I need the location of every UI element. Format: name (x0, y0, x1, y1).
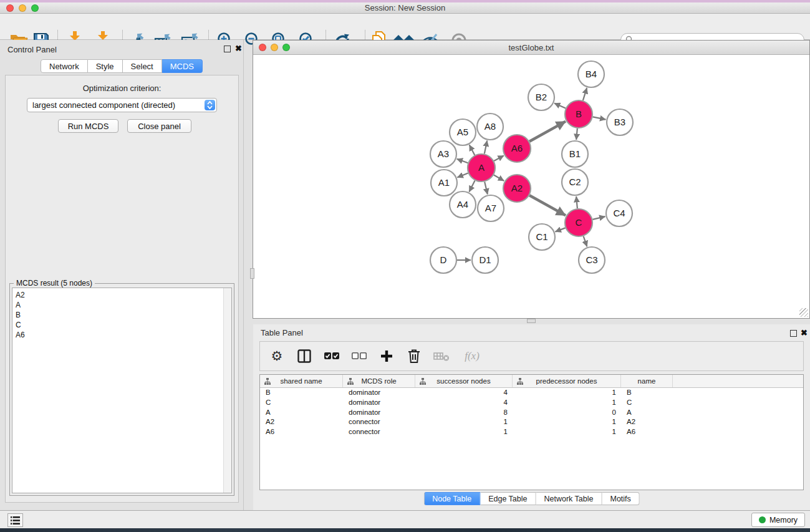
graph-edge-B-B1[interactable] (576, 128, 577, 140)
graph-node-A7[interactable]: A7 (478, 195, 504, 221)
graph-node-A1[interactable]: A1 (431, 170, 457, 196)
zoom-traffic-light[interactable] (31, 4, 39, 12)
mcds-result-item[interactable]: A6 (12, 330, 231, 340)
graph-edge-C-C2[interactable] (576, 196, 577, 208)
graph-edge-B-B3[interactable] (593, 117, 606, 119)
delete-table-icon[interactable] (432, 347, 451, 365)
mcds-result-item[interactable]: A2 (12, 290, 231, 300)
mcds-result-list[interactable]: A2ABCA6 (12, 288, 232, 493)
table-row[interactable]: A6connector11A6 (260, 427, 803, 437)
graph-node-D[interactable]: D (430, 247, 456, 273)
unselect-all-icon[interactable] (350, 347, 369, 365)
graph-edge-A6-B[interactable] (529, 122, 566, 142)
delete-columns-icon[interactable] (405, 347, 423, 365)
close-panel-icon[interactable]: ✖ (801, 328, 808, 337)
column-header-mcds-role[interactable]: MCDS role (343, 375, 415, 387)
graph-node-A6[interactable]: A6 (503, 135, 531, 162)
graph-node-C4[interactable]: C4 (606, 200, 632, 226)
run-mcds-button[interactable]: Run MCDS (58, 119, 118, 133)
list-icon (11, 516, 20, 525)
table-row[interactable]: Bdominator41B (260, 388, 803, 398)
graph-node-B4[interactable]: B4 (578, 61, 604, 87)
table-row[interactable]: A2connector11A2 (260, 417, 803, 427)
graph-node-B3[interactable]: B3 (607, 109, 633, 135)
graph-edge-A-A2[interactable] (494, 175, 504, 181)
settings-gear-icon[interactable]: ⚙ (268, 347, 286, 365)
mcds-result-group: MCDS result (5 nodes) A2ABCA6 (9, 283, 234, 496)
tab-select[interactable]: Select (123, 59, 162, 73)
window-resize-grip[interactable] (799, 308, 808, 317)
add-column-icon[interactable] (377, 347, 396, 365)
task-history-button[interactable] (7, 513, 23, 527)
graph-node-C[interactable]: C (565, 209, 592, 236)
table-row[interactable]: Adominator80A (260, 408, 803, 418)
graph-edge-A-A5[interactable] (470, 145, 475, 155)
mcds-result-item[interactable]: B (12, 310, 231, 320)
graph-node-C2[interactable]: C2 (562, 169, 588, 195)
tab-node-table[interactable]: Node Table (423, 492, 480, 505)
graph-node-B[interactable]: B (565, 100, 592, 128)
splitter-grip-bottom[interactable] (527, 319, 536, 323)
memory-button[interactable]: Memory (751, 513, 805, 527)
tab-edge-table[interactable]: Edge Table (480, 492, 536, 505)
graph-node-A4[interactable]: A4 (450, 191, 476, 218)
minimize-traffic-light[interactable] (19, 4, 26, 12)
table-row[interactable]: Cdominator41C (260, 398, 803, 408)
graph-node-B1[interactable]: B1 (562, 141, 588, 167)
minimize-traffic-light[interactable] (271, 44, 278, 51)
column-header-name[interactable]: name (621, 375, 673, 387)
function-builder-icon[interactable]: f(x) (460, 347, 485, 365)
close-traffic-light[interactable] (259, 44, 266, 51)
show-column-icon[interactable] (295, 347, 314, 365)
graph-node-A[interactable]: A (468, 154, 495, 181)
main-toolbar (0, 14, 810, 40)
graph-node-B2[interactable]: B2 (528, 84, 554, 110)
splitter-grip-left[interactable] (250, 268, 254, 279)
column-header-predecessor-nodes[interactable]: predecessor nodes (513, 375, 621, 387)
table-cell: 1 (513, 388, 621, 398)
graph-edge-B-B2[interactable] (554, 103, 566, 108)
network-view-window[interactable]: testGlobe.txt B4B2BB3B1A5A8A6A3AA1A2C2A4… (253, 40, 810, 319)
graph-edge-A-A4[interactable] (469, 181, 475, 192)
node-table[interactable]: shared nameMCDS rolesuccessor nodesprede… (259, 374, 804, 490)
close-traffic-light[interactable] (6, 4, 14, 12)
graph-edge-A-A7[interactable] (485, 181, 488, 194)
tab-network[interactable]: Network (41, 59, 88, 73)
mcds-result-item[interactable]: A (12, 300, 231, 310)
graph-edge-A-A8[interactable] (485, 140, 487, 153)
graph-edge-A-A1[interactable] (457, 173, 468, 178)
network-window-titlebar[interactable]: testGlobe.txt (253, 41, 809, 55)
close-panel-button[interactable]: Close panel (127, 119, 191, 133)
float-window-icon[interactable] (224, 46, 231, 52)
tab-motifs[interactable]: Motifs (602, 492, 639, 505)
scrollbar-track[interactable] (223, 288, 231, 493)
graph-edge-C-C4[interactable] (592, 216, 605, 220)
graph-node-D1[interactable]: D1 (472, 247, 498, 273)
graph-node-A3[interactable]: A3 (430, 141, 456, 167)
close-panel-icon[interactable]: ✖ (235, 44, 242, 53)
optimization-criterion-select[interactable]: largest connected component (directed) (27, 98, 217, 112)
window-titlebar[interactable]: Session: New Session (0, 2, 810, 14)
graph-edge-A-A3[interactable] (457, 159, 468, 163)
select-all-icon[interactable] (322, 347, 341, 365)
tab-style[interactable]: Style (88, 59, 123, 73)
graph-edge-A-A6[interactable] (494, 155, 504, 161)
network-canvas[interactable]: B4B2BB3B1A5A8A6A3AA1A2C2A4A7C4CC1C3DD1 (253, 55, 809, 318)
graph-node-C1[interactable]: C1 (529, 224, 555, 250)
table-cell: A2 (621, 417, 673, 427)
graph-node-C3[interactable]: C3 (579, 247, 605, 273)
graph-edge-A2-C[interactable] (529, 195, 566, 215)
mcds-result-item[interactable]: C (12, 320, 231, 330)
graph-edge-B-B4[interactable] (583, 88, 587, 100)
column-header-successor-nodes[interactable]: successor nodes (415, 375, 513, 387)
graph-node-A5[interactable]: A5 (450, 119, 476, 145)
graph-edge-C-C3[interactable] (584, 236, 587, 247)
tab-mcds[interactable]: MCDS (162, 59, 203, 73)
float-window-icon[interactable] (790, 330, 797, 337)
graph-node-A2[interactable]: A2 (503, 175, 531, 202)
graph-node-A8[interactable]: A8 (477, 114, 503, 140)
zoom-traffic-light[interactable] (282, 44, 290, 51)
tab-network-table[interactable]: Network Table (536, 492, 602, 505)
graph-edge-C-C1[interactable] (555, 228, 565, 231)
column-header-shared-name[interactable]: shared name (260, 375, 343, 387)
